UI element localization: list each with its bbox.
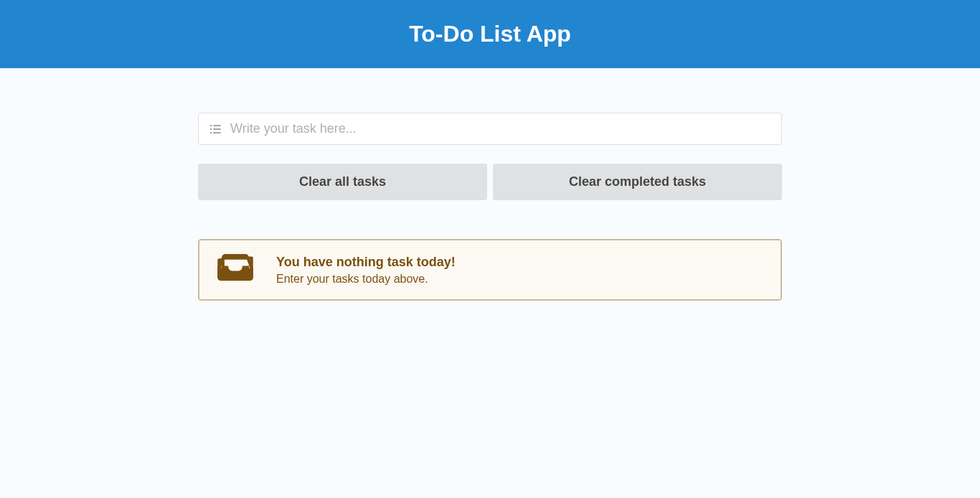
button-row: Clear all tasks Clear completed tasks	[198, 164, 782, 200]
empty-state-title: You have nothing task today!	[276, 255, 456, 270]
app-header: To-Do List App	[0, 0, 980, 68]
inbox-icon	[215, 253, 256, 287]
clear-completed-button[interactable]: Clear completed tasks	[493, 164, 782, 200]
empty-state-subtitle: Enter your tasks today above.	[276, 273, 456, 286]
empty-state-text: You have nothing task today! Enter your …	[276, 255, 456, 286]
list-icon	[209, 123, 222, 135]
page-title: To-Do List App	[0, 21, 980, 47]
task-input-wrapper	[198, 113, 782, 145]
clear-all-button[interactable]: Clear all tasks	[198, 164, 487, 200]
task-input[interactable]	[230, 121, 771, 136]
main-container: Clear all tasks Clear completed tasks Yo…	[198, 68, 782, 301]
empty-state-message: You have nothing task today! Enter your …	[198, 239, 782, 301]
